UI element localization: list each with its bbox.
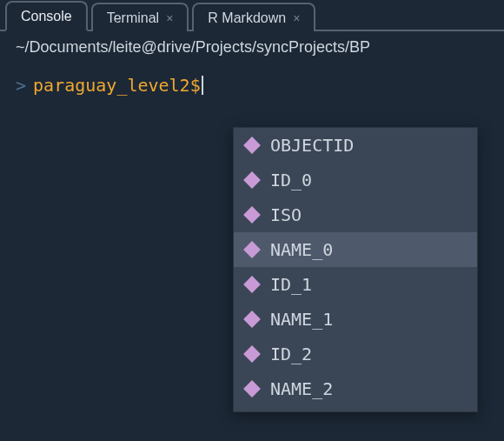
diamond-icon (243, 206, 261, 224)
diamond-icon (243, 137, 261, 154)
autocomplete-item[interactable]: OBJECTID (234, 128, 477, 163)
autocomplete-label: NAME_2 (270, 378, 333, 399)
console-area[interactable]: > paraguay_level2$ (0, 62, 504, 109)
diamond-icon (243, 171, 261, 189)
autocomplete-item[interactable]: NAME_1 (234, 302, 477, 337)
tab-label: R Markdown (208, 10, 286, 26)
diamond-icon (243, 241, 261, 258)
autocomplete-label: ID_1 (270, 274, 312, 295)
console-input[interactable]: paraguay_level2$ (33, 72, 201, 98)
autocomplete-item[interactable]: ISO (234, 197, 477, 232)
autocomplete-popup[interactable]: OBJECTIDID_0ISONAME_0ID_1NAME_1ID_2NAME_… (233, 127, 478, 412)
autocomplete-item[interactable]: ID_2 (234, 337, 477, 371)
autocomplete-item[interactable]: ID_0 (234, 163, 477, 197)
tab-label: Terminal (107, 10, 159, 26)
close-icon[interactable]: × (166, 11, 173, 25)
diamond-icon (243, 311, 261, 328)
diamond-icon (243, 276, 261, 293)
autocomplete-label: NAME_0 (270, 239, 333, 260)
text-cursor (202, 76, 203, 95)
tab-label: Console (21, 9, 72, 24)
autocomplete-item[interactable]: NAME_0 (234, 232, 477, 267)
autocomplete-label: NAME_1 (270, 309, 333, 330)
autocomplete-item[interactable]: ID_1 (234, 267, 477, 302)
autocomplete-label: ISO (270, 204, 302, 225)
autocomplete-item[interactable]: NAME_2 (234, 371, 477, 406)
autocomplete-label: ID_0 (270, 170, 312, 190)
diamond-icon (243, 345, 261, 363)
tab-terminal[interactable]: Terminal × (91, 3, 189, 31)
prompt-line: > paraguay_level2$ (16, 72, 488, 98)
working-directory-path: ~/Documents/leite@drive/Projects/syncPro… (0, 31, 504, 62)
prompt-symbol: > (16, 72, 26, 98)
tab-rmarkdown[interactable]: R Markdown × (192, 3, 315, 31)
autocomplete-label: ID_2 (270, 344, 312, 364)
diamond-icon (243, 380, 261, 398)
tab-console[interactable]: Console (5, 1, 88, 31)
autocomplete-label: OBJECTID (270, 135, 354, 156)
tab-bar: Console Terminal × R Markdown × (0, 0, 504, 31)
close-icon[interactable]: × (293, 11, 300, 25)
